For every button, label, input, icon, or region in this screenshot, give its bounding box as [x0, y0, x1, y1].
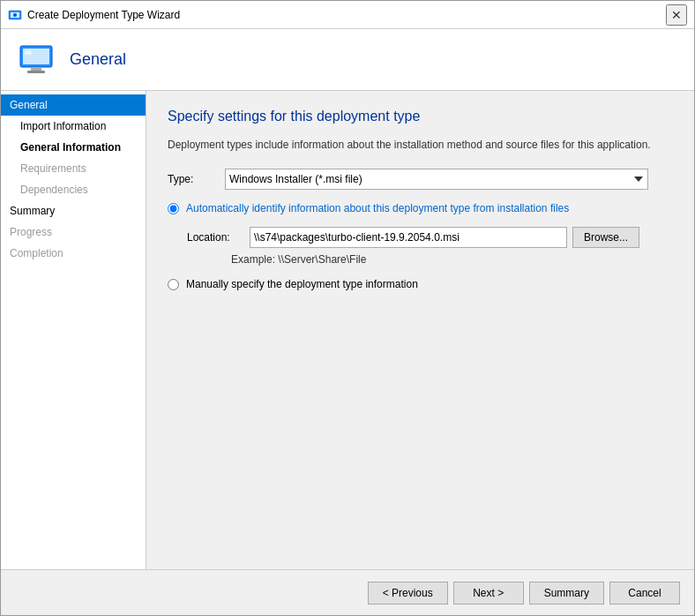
sidebar: General Import Information General Infor… — [1, 91, 146, 569]
sidebar-item-general-information[interactable]: General Information — [1, 137, 146, 158]
location-section: Location: Browse... — [187, 227, 673, 248]
wizard-icon — [8, 8, 22, 22]
summary-button[interactable]: Summary — [529, 582, 604, 605]
auto-radio-label[interactable]: Automatically identify information about… — [186, 202, 569, 214]
auto-radio-row: Automatically identify information about… — [168, 202, 673, 214]
location-row: Location: Browse... — [187, 227, 673, 248]
main-title: Specify settings for this deployment typ… — [168, 109, 673, 124]
location-input[interactable] — [250, 227, 567, 248]
wizard-header: General — [1, 29, 694, 91]
sidebar-item-import-information[interactable]: Import Information — [1, 116, 146, 137]
svg-rect-7 — [25, 50, 32, 55]
type-row: Type: Windows Installer (*.msi file) Scr… — [168, 169, 673, 190]
svg-rect-6 — [27, 71, 45, 73]
manual-radio-row: Manually specify the deployment type inf… — [168, 278, 673, 290]
sidebar-item-summary[interactable]: Summary — [1, 200, 146, 222]
window-title: Create Deployment Type Wizard — [27, 9, 180, 21]
main-content: Specify settings for this deployment typ… — [146, 91, 694, 569]
previous-button[interactable]: < Previous — [368, 582, 448, 605]
browse-button[interactable]: Browse... — [572, 227, 639, 248]
sidebar-item-general[interactable]: General — [1, 94, 146, 116]
sidebar-item-requirements: Requirements — [1, 158, 146, 179]
content-area: General Import Information General Infor… — [1, 91, 694, 569]
svg-point-2 — [13, 13, 17, 17]
header-icon — [15, 39, 57, 81]
title-bar-left: Create Deployment Type Wizard — [8, 8, 180, 22]
next-button[interactable]: Next > — [453, 582, 524, 605]
header-title: General — [70, 50, 126, 69]
title-bar: Create Deployment Type Wizard ✕ — [1, 1, 694, 29]
cancel-button[interactable]: Cancel — [609, 582, 680, 605]
wizard-window: Create Deployment Type Wizard ✕ General … — [0, 0, 695, 616]
auto-radio[interactable] — [168, 203, 179, 214]
svg-rect-5 — [31, 67, 41, 71]
sidebar-item-dependencies: Dependencies — [1, 179, 146, 200]
type-label: Type: — [168, 173, 225, 185]
type-select[interactable]: Windows Installer (*.msi file) Script In… — [225, 169, 648, 190]
manual-radio-label[interactable]: Manually specify the deployment type inf… — [186, 278, 418, 290]
example-text: Example: \\Server\Share\File — [231, 253, 673, 266]
sidebar-item-progress: Progress — [1, 222, 146, 243]
sidebar-item-completion: Completion — [1, 243, 146, 264]
close-button[interactable]: ✕ — [666, 4, 687, 26]
location-label: Location: — [187, 231, 244, 244]
manual-radio[interactable] — [168, 279, 179, 290]
footer: < Previous Next > Summary Cancel — [1, 569, 694, 615]
description-text: Deployment types include information abo… — [168, 139, 673, 151]
